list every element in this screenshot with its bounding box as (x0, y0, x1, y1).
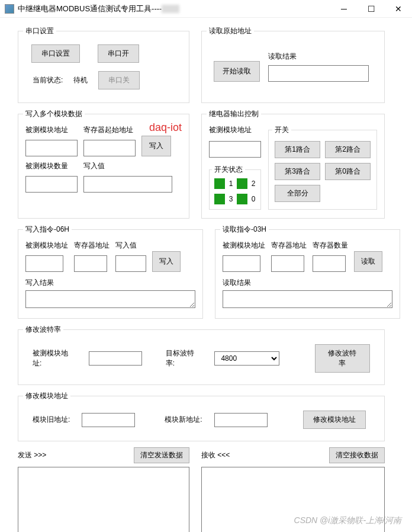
cmd06-reg-addr-input[interactable] (74, 255, 107, 272)
maximize-button[interactable]: ☐ (358, 0, 385, 18)
clear-send-button[interactable]: 清空发送数据 (134, 447, 189, 463)
rawaddr-group: 读取原始地址 开始读取 读取结果 (201, 26, 385, 103)
rawaddr-result-input[interactable] (268, 65, 369, 82)
baud-legend: 修改波特率 (23, 325, 63, 335)
addr-modify-button[interactable]: 修改模块地址 (303, 411, 366, 429)
csdn-watermark: CSDN @i激采物联-上海/河南 (294, 515, 401, 526)
cmd06-module-addr-label: 被测模块地址 (25, 241, 68, 251)
multi-group: 写入多个模块数据 daq-iot 被测模块地址 寄存器起始地址 写入 (18, 109, 189, 219)
switch-button-group: 开关 第1路合 第2路合 第3路合 第0路合 全部分 (268, 125, 377, 210)
cmd03-group: 读取指令-03H 被测模块地址 寄存器地址 寄存器数量 读取 读取结果 (215, 225, 400, 319)
addr-old-input[interactable] (82, 413, 135, 427)
cmd06-write-val-label: 写入值 (115, 241, 146, 251)
cmd06-legend: 写入指令-06H (23, 225, 72, 235)
cmd06-result-label: 写入结果 (25, 278, 195, 288)
relay-legend: 继电器输出控制 (207, 109, 261, 119)
switch-indicator-0 (237, 194, 247, 204)
relay-module-addr-label: 被测模块地址 (209, 125, 261, 135)
relay-btn-2[interactable]: 第2路合 (325, 141, 371, 158)
window-title: 中继继电器MODBUS通信测试专用工具---- (18, 4, 330, 14)
switch-label-2: 2 (252, 180, 256, 188)
multi-module-addr-input[interactable] (25, 140, 78, 156)
minimize-button[interactable]: ─ (330, 0, 358, 18)
serial-setup-button[interactable]: 串口设置 (31, 44, 80, 63)
baud-group: 修改波特率 被测模块地址: 目标波特率: 4800 修改波特率 (18, 325, 385, 385)
addr-legend: 修改模块地址 (23, 391, 70, 401)
cmd06-write-button[interactable]: 写入 (152, 251, 181, 272)
addr-new-label: 模块新地址: (165, 415, 202, 425)
serial-close-button[interactable]: 串口关 (98, 71, 140, 89)
cmd03-legend: 读取指令-03H (220, 225, 269, 235)
baud-modify-button[interactable]: 修改波特率 (315, 344, 370, 373)
serial-group: 串口设置 串口设置 串口开 当前状态: 待机 串口关 (18, 26, 189, 103)
titlebar: 中继继电器MODBUS通信测试专用工具---- ─ ☐ ✕ (0, 0, 412, 18)
close-button[interactable]: ✕ (385, 0, 412, 18)
cmd03-result-input[interactable] (223, 290, 392, 308)
switch-label-0: 0 (252, 195, 256, 203)
relay-btn-all[interactable]: 全部分 (275, 185, 320, 202)
multi-reg-start-label: 寄存器起始地址 (83, 125, 136, 135)
switch-indicator-3 (214, 194, 225, 204)
cmd03-reg-addr-label: 寄存器地址 (271, 241, 307, 251)
switch-label-1: 1 (229, 180, 233, 188)
rawaddr-result-label: 读取结果 (268, 52, 377, 62)
relay-module-addr-input[interactable] (209, 141, 261, 158)
multi-write-val-input[interactable] (83, 176, 172, 193)
multi-reg-start-input[interactable] (83, 140, 136, 156)
addr-old-label: 模块旧地址: (33, 415, 70, 425)
serial-open-button[interactable]: 串口开 (98, 44, 139, 63)
rawaddr-legend: 读取原始地址 (207, 26, 254, 36)
multi-module-qty-input[interactable] (25, 176, 78, 193)
cmd03-read-button[interactable]: 读取 (354, 251, 382, 272)
switch-indicator-2 (237, 178, 247, 189)
cmd06-module-addr-input[interactable] (25, 255, 63, 272)
multi-write-button[interactable]: 写入 (141, 136, 171, 156)
cmd03-reg-addr-input[interactable] (271, 255, 304, 272)
cmd06-reg-addr-label: 寄存器地址 (74, 241, 110, 251)
baud-module-addr-input[interactable] (89, 351, 142, 366)
recv-label: 接收 <<< (201, 450, 230, 460)
switch-legend: 开关 (272, 125, 291, 135)
relay-group: 继电器输出控制 被测模块地址 开关状态 1 2 3 0 (201, 109, 385, 219)
baud-module-addr-label: 被测模块地址: (33, 348, 77, 368)
baud-target-select[interactable]: 4800 (214, 351, 279, 366)
watermark-text: daq-iot (149, 121, 182, 134)
switch-status-legend: 开关状态 (212, 165, 245, 175)
cmd03-module-addr-input[interactable] (223, 255, 260, 272)
switch-label-3: 3 (229, 195, 233, 203)
serial-legend: 串口设置 (23, 26, 56, 36)
cmd03-result-label: 读取结果 (223, 278, 392, 288)
relay-btn-0[interactable]: 第0路合 (325, 163, 371, 180)
addr-new-input[interactable] (214, 413, 268, 427)
send-label: 发送 >>> (18, 450, 46, 460)
cmd06-group: 写入指令-06H 被测模块地址 寄存器地址 写入值 写入 写入结果 (18, 225, 203, 319)
cmd03-reg-qty-input[interactable] (313, 255, 346, 272)
relay-btn-1[interactable]: 第1路合 (275, 141, 320, 158)
multi-legend: 写入多个模块数据 (23, 109, 85, 119)
app-icon (5, 4, 14, 14)
multi-write-val-label: 写入值 (83, 161, 172, 171)
rawaddr-read-button[interactable]: 开始读取 (214, 61, 260, 82)
clear-recv-button[interactable]: 清空接收数据 (329, 447, 385, 463)
switch-status-group: 开关状态 1 2 3 0 (209, 165, 261, 210)
cmd06-write-val-input[interactable] (115, 255, 146, 272)
cmd03-module-addr-label: 被测模块地址 (223, 241, 265, 251)
switch-indicator-1 (214, 178, 225, 189)
cmd06-result-input[interactable] (25, 290, 195, 308)
relay-btn-3[interactable]: 第3路合 (275, 163, 320, 180)
baud-target-label: 目标波特率: (166, 348, 203, 368)
multi-module-addr-label: 被测模块地址 (25, 125, 78, 135)
send-textarea[interactable] (18, 467, 189, 532)
addr-group: 修改模块地址 模块旧地址: 模块新地址: 修改模块地址 (18, 391, 385, 441)
window-controls: ─ ☐ ✕ (330, 0, 412, 18)
status-value: 待机 (73, 75, 88, 85)
status-label: 当前状态: (33, 75, 63, 85)
multi-module-qty-label: 被测模块数量 (25, 161, 78, 171)
cmd03-reg-qty-label: 寄存器数量 (313, 241, 348, 251)
